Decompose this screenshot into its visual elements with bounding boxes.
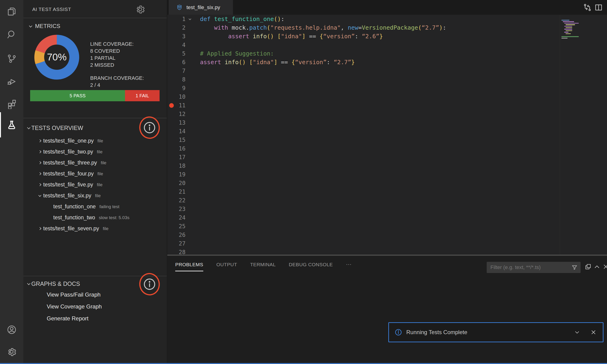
- panel-tabs-overflow-icon[interactable]: ···: [346, 261, 351, 267]
- panel-tab-terminal[interactable]: TERMINAL: [250, 262, 276, 271]
- active-view-indicator: [0, 112, 1, 137]
- code-line[interactable]: 24: [167, 213, 560, 222]
- code-line[interactable]: 17: [167, 153, 560, 161]
- extensions-icon[interactable]: [7, 99, 17, 109]
- code-line[interactable]: 13: [167, 118, 560, 127]
- fold-chevron-icon[interactable]: [189, 17, 191, 20]
- code-line[interactable]: 11: [167, 101, 560, 110]
- test-tree-item[interactable]: test_function_twoslow test: 5.03s: [23, 212, 167, 223]
- line-number[interactable]: 7: [167, 68, 185, 74]
- code-line[interactable]: 7: [167, 66, 560, 75]
- line-number[interactable]: 25: [167, 223, 185, 230]
- graphs-docs-item[interactable]: View Coverage Graph: [47, 302, 102, 311]
- line-number[interactable]: 24: [167, 214, 185, 221]
- graphs-docs-item[interactable]: Generate Report: [47, 314, 89, 323]
- test-tree-item[interactable]: tests/test_file_one.pyfile: [23, 135, 167, 146]
- graphs-docs-header[interactable]: GRAPHS & DOCS: [28, 279, 80, 288]
- compare-changes-icon[interactable]: [583, 3, 592, 12]
- code-line[interactable]: 12: [167, 110, 560, 118]
- line-number[interactable]: 6: [167, 59, 185, 65]
- split-editor-icon[interactable]: [594, 3, 603, 12]
- close-panel-icon[interactable]: [602, 263, 607, 270]
- test-tree-item[interactable]: tests/test_file_four.pyfile: [23, 168, 167, 179]
- test-tree-item[interactable]: tests/test_file_two.pyfile: [23, 146, 167, 157]
- code-line[interactable]: 28: [167, 248, 560, 255]
- code-line[interactable]: 6assert info() ["idna"] == {“version”: “…: [167, 58, 560, 66]
- search-icon[interactable]: [7, 29, 17, 39]
- minimap[interactable]: [560, 15, 607, 255]
- line-number[interactable]: 9: [167, 85, 185, 91]
- line-number[interactable]: 22: [167, 197, 185, 204]
- chevron-down-icon[interactable]: [574, 329, 580, 336]
- code-line[interactable]: 22: [167, 196, 560, 205]
- line-number[interactable]: 11: [167, 102, 185, 109]
- close-notification-icon[interactable]: [590, 329, 597, 336]
- line-number[interactable]: 3: [167, 33, 185, 40]
- line-number[interactable]: 12: [167, 111, 185, 117]
- line-number[interactable]: 23: [167, 206, 185, 212]
- filter-input[interactable]: [487, 264, 571, 271]
- line-number[interactable]: 15: [167, 137, 185, 143]
- settings-gear-icon[interactable]: [7, 347, 17, 357]
- line-number[interactable]: 13: [167, 119, 185, 126]
- line-number[interactable]: 14: [167, 128, 185, 135]
- code-line[interactable]: 19: [167, 170, 560, 179]
- tests-overview-header[interactable]: TESTS OVERVIEW: [28, 123, 83, 132]
- code-line[interactable]: 2 with mock.patch("requests.help.idna", …: [167, 23, 560, 32]
- code-line[interactable]: 23: [167, 205, 560, 213]
- line-number[interactable]: 26: [167, 232, 185, 238]
- panel-tab-debug-console[interactable]: DEBUG CONSOLE: [289, 262, 333, 271]
- line-number[interactable]: 28: [167, 249, 185, 255]
- code-line[interactable]: 18: [167, 161, 560, 170]
- code-line[interactable]: 3 assert info() ["idna"] == {“version”: …: [167, 32, 560, 41]
- metrics-section-header[interactable]: METRICS: [29, 22, 60, 30]
- line-number[interactable]: 10: [167, 93, 185, 100]
- test-tree-item[interactable]: tests/test_file_six.pyfile: [23, 190, 167, 201]
- code-line[interactable]: 27: [167, 239, 560, 248]
- panel-tab-output[interactable]: OUTPUT: [216, 262, 237, 271]
- maximize-panel-icon[interactable]: [593, 263, 600, 270]
- filter-funnel-icon[interactable]: [571, 264, 578, 271]
- code-line[interactable]: 9: [167, 84, 560, 92]
- graphs-docs-item[interactable]: View Pass/Fail Graph: [47, 290, 100, 299]
- code-line[interactable]: 21: [167, 187, 560, 196]
- code-line[interactable]: 15: [167, 136, 560, 144]
- line-number[interactable]: 4: [167, 42, 185, 48]
- code-line[interactable]: 16: [167, 144, 560, 153]
- line-number[interactable]: 20: [167, 180, 185, 186]
- test-tree-item[interactable]: tests/test_file_five.pyfile: [23, 179, 167, 190]
- test-tree-item[interactable]: tests/test_file_three.pyfile: [23, 157, 167, 168]
- run-debug-icon[interactable]: [7, 76, 17, 87]
- line-number[interactable]: 27: [167, 240, 185, 247]
- explorer-icon[interactable]: [7, 7, 17, 17]
- panel-tab-problems[interactable]: PROBLEMS: [175, 262, 203, 271]
- line-number[interactable]: 2: [167, 25, 185, 31]
- account-icon[interactable]: [7, 325, 17, 335]
- code-line[interactable]: 26: [167, 231, 560, 239]
- test-tree-item[interactable]: tests/test_file_seven.pyfile: [23, 223, 167, 234]
- code-line[interactable]: 1def test_function_one():: [167, 15, 560, 23]
- line-number[interactable]: 16: [167, 145, 185, 152]
- restore-panel-icon[interactable]: [585, 263, 592, 270]
- test-beaker-icon[interactable]: [7, 120, 17, 130]
- line-number[interactable]: 21: [167, 189, 185, 195]
- line-number[interactable]: 17: [167, 154, 185, 160]
- line-number[interactable]: 19: [167, 171, 185, 178]
- code-line[interactable]: 25: [167, 222, 560, 231]
- code-line[interactable]: 14: [167, 127, 560, 136]
- test-tree-item[interactable]: test_function_onefailing test: [23, 201, 167, 212]
- line-number[interactable]: 18: [167, 163, 185, 169]
- tab-test-file-six[interactable]: test_file_six.py: [169, 0, 233, 15]
- line-number[interactable]: 1: [167, 16, 185, 22]
- code-line[interactable]: 20: [167, 179, 560, 187]
- code-line[interactable]: 8: [167, 75, 560, 84]
- code-line[interactable]: 4: [167, 41, 560, 49]
- sidebar-gear-icon[interactable]: [135, 4, 145, 14]
- code-line[interactable]: 5# Applied Suggestion:: [167, 49, 560, 58]
- line-number[interactable]: 5: [167, 50, 185, 57]
- code-line[interactable]: 10: [167, 92, 560, 101]
- source-control-icon[interactable]: [7, 53, 17, 64]
- breakpoint-dot[interactable]: [169, 103, 174, 108]
- line-number[interactable]: 8: [167, 76, 185, 83]
- code-area[interactable]: 1def test_function_one():2 with mock.pat…: [167, 15, 560, 255]
